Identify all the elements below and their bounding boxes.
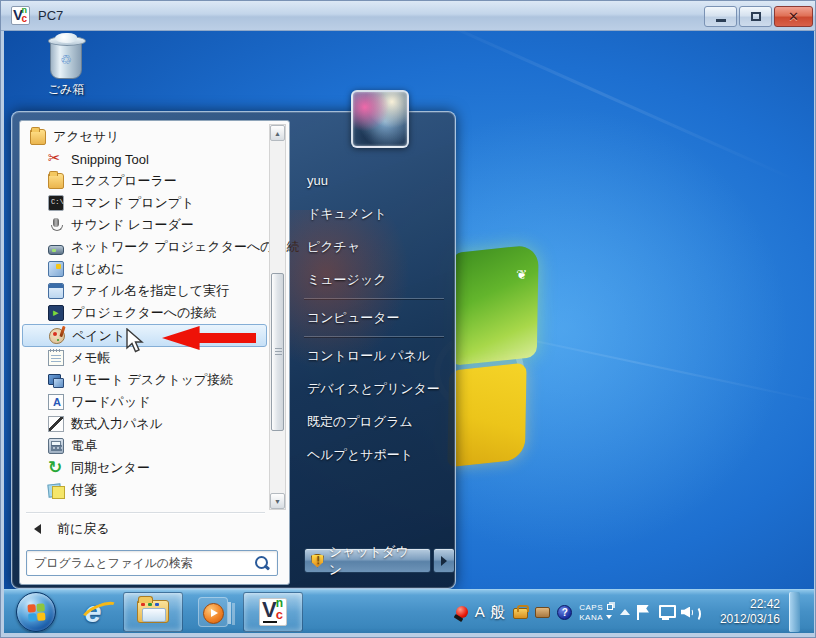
notepad-icon [48, 350, 64, 366]
ime-caps-kana-indicator[interactable]: CAPS KANA [579, 603, 613, 622]
sticky-notes-icon [48, 482, 64, 498]
back-arrow-icon [34, 524, 41, 534]
music-item[interactable]: ミュージック [290, 263, 454, 296]
ime-restore-icon [607, 604, 613, 610]
minimize-button[interactable] [704, 6, 737, 27]
back-menu-item[interactable]: 前に戻る [22, 517, 265, 541]
windows-flag-icon [27, 603, 45, 621]
start-menu-item-sticky-notes[interactable]: 付箋 [22, 479, 267, 501]
network-icon[interactable] [657, 605, 674, 620]
minimize-icon [716, 19, 726, 22]
run-dialog-icon [48, 283, 64, 299]
search-icon [253, 554, 271, 572]
windows-media-player-icon [198, 597, 228, 627]
computer-item[interactable]: コンピューター [290, 301, 454, 334]
window-titlebar[interactable]: Vnc PC7 ✕ [1, 1, 816, 31]
windows-explorer-icon [137, 600, 169, 623]
network-projector-icon [48, 245, 64, 255]
control-panel-item[interactable]: コントロール パネル [290, 339, 454, 372]
internet-explorer-icon: e [85, 595, 102, 629]
calculator-icon [48, 438, 64, 454]
wallpaper-windows-flag-yellow [447, 363, 526, 468]
close-button[interactable]: ✕ [774, 6, 813, 27]
sound-recorder-icon [48, 217, 64, 233]
vnc-taskbar-button[interactable]: Vnc [243, 592, 303, 632]
volume-icon[interactable] [681, 605, 699, 620]
show-desktop-button[interactable] [789, 592, 800, 632]
caps-label: CAPS [579, 603, 603, 612]
program-list: アクセサリ Snipping Tool エクスプローラー コマンド プロンプト … [22, 126, 267, 501]
shutdown-button[interactable]: シャットダウン [304, 548, 431, 573]
uac-shield-icon [311, 554, 324, 568]
kana-label: KANA [579, 613, 603, 622]
start-menu-item-snipping-tool[interactable]: Snipping Tool [22, 148, 267, 170]
start-button[interactable] [16, 592, 56, 632]
user-name-item[interactable]: yuu [290, 164, 454, 197]
pictures-item[interactable]: ピクチャ [290, 230, 454, 263]
ime-language-ball-icon[interactable] [456, 606, 468, 618]
windows-explorer-taskbar-button[interactable] [123, 592, 183, 632]
ime-help-icon[interactable]: ? [557, 605, 572, 620]
wallpaper-butterfly-sparkle: ❦ [516, 267, 530, 279]
taskbar-clock[interactable]: 22:42 2012/03/16 [706, 597, 780, 627]
start-menu-item-sync-center[interactable]: 同期センター [22, 457, 267, 479]
clock-date: 2012/03/16 [706, 612, 780, 627]
paint-icon [49, 328, 65, 344]
start-menu-item-projector-connect[interactable]: プロジェクターへの接続 [22, 302, 267, 324]
menu-separator [304, 298, 444, 299]
ime-toolbox-icon[interactable] [513, 608, 528, 619]
start-menu-item-math-input[interactable]: 数式入力パネル [22, 413, 267, 435]
maximize-button[interactable] [739, 6, 772, 27]
explorer-folder-icon [48, 173, 64, 189]
devices-printers-item[interactable]: デバイスとプリンター [290, 372, 454, 405]
internet-explorer-taskbar-button[interactable]: e [69, 592, 117, 632]
scroll-down-button[interactable]: ▼ [270, 493, 285, 509]
taskbar: e Vnc A 般 ? CAPS KANA [4, 589, 814, 633]
action-center-flag-icon[interactable] [637, 605, 650, 620]
chevron-down-icon [606, 615, 612, 619]
start-menu-item-accessories[interactable]: アクセサリ [22, 126, 267, 148]
remote-desktop-icon [48, 372, 64, 388]
wallpaper-windows-flag-green [451, 244, 538, 366]
maximize-icon [751, 12, 761, 21]
wordpad-icon [48, 394, 64, 410]
sync-center-icon [48, 460, 64, 476]
snipping-tool-icon [48, 151, 64, 167]
start-menu-item-wordpad[interactable]: ワードパッド [22, 391, 267, 413]
start-menu-right-panel: yuu ドキュメント ピクチャ ミュージック コンピューター コントロール パネ… [290, 120, 454, 582]
start-menu-item-calculator[interactable]: 電卓 [22, 435, 267, 457]
shutdown-options-arrow-button[interactable] [433, 548, 455, 573]
default-programs-item[interactable]: 既定のプログラム [290, 405, 454, 438]
user-avatar[interactable] [351, 90, 409, 148]
remote-desktop[interactable]: ❦ ♲ ごみ箱 アクセサリ Snipping Tool エクスプローラー コマン… [4, 31, 814, 633]
start-menu-item-sound-recorder[interactable]: サウンド レコーダー [22, 214, 267, 236]
start-menu-search-box[interactable] [26, 550, 278, 576]
windows-media-player-taskbar-button[interactable] [189, 592, 237, 632]
window-title: PC7 [38, 8, 63, 23]
vnc-app-icon: Vnc [11, 6, 30, 25]
start-menu-item-command-prompt[interactable]: コマンド プロンプト [22, 192, 267, 214]
menu-separator [304, 336, 444, 337]
getting-started-icon [48, 261, 64, 277]
scrollbar-thumb[interactable] [271, 273, 284, 431]
start-menu-item-getting-started[interactable]: はじめに [22, 258, 267, 280]
recycle-bin[interactable]: ♲ ごみ箱 [30, 39, 102, 98]
start-menu-item-remote-desktop[interactable]: リモート デスクトップ接続 [22, 369, 267, 391]
system-tray: A 般 ? CAPS KANA 22:42 2012/03/16 [456, 590, 800, 633]
search-input[interactable] [27, 556, 253, 570]
documents-item[interactable]: ドキュメント [290, 197, 454, 230]
menu-separator [26, 512, 265, 513]
mouse-cursor [125, 328, 147, 356]
ime-input-mode[interactable]: A 般 [475, 603, 506, 622]
start-menu-item-explorer[interactable]: エクスプローラー [22, 170, 267, 192]
help-support-item[interactable]: ヘルプとサポート [290, 438, 454, 471]
accessories-folder-icon [30, 129, 46, 145]
clock-time: 22:42 [706, 597, 780, 612]
scroll-up-button[interactable]: ▲ [270, 125, 285, 141]
recycle-bin-label: ごみ箱 [30, 81, 102, 98]
start-menu-item-run[interactable]: ファイル名を指定して実行 [22, 280, 267, 302]
ime-pad-icon[interactable] [535, 607, 550, 618]
show-hidden-icons-button[interactable] [620, 609, 630, 615]
program-list-scrollbar[interactable]: ▲ ▼ [269, 124, 286, 510]
start-menu-item-network-projector[interactable]: ネットワーク プロジェクターへの接続 [22, 236, 267, 258]
